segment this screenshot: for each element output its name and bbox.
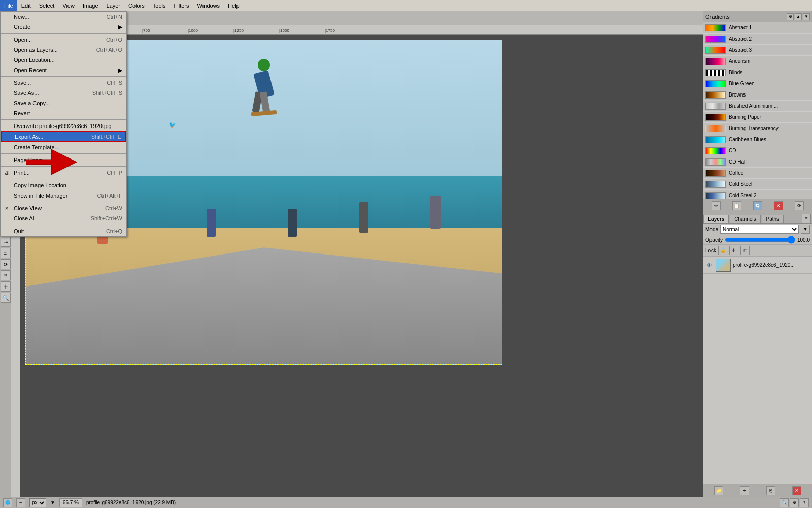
tool-move[interactable]: ✛ xyxy=(1,281,11,292)
status-undo[interactable]: ↩ xyxy=(16,498,25,507)
menu-edit[interactable]: Edit xyxy=(17,0,35,11)
menu-open-layers[interactable]: Open as Layers... Ctrl+Alt+O xyxy=(1,45,126,55)
menu-help[interactable]: Help xyxy=(224,0,244,11)
menu-copy-image-location[interactable]: Copy Image Location xyxy=(1,180,126,190)
gradient-swatch xyxy=(705,125,726,132)
menu-windows[interactable]: Windows xyxy=(193,0,224,11)
new-layer-btn[interactable]: + xyxy=(740,486,749,495)
gradient-action-3[interactable]: 🔄 xyxy=(753,201,762,210)
gradient-name: Abstract 1 xyxy=(729,25,752,30)
menu-select[interactable]: Select xyxy=(35,0,59,11)
menu-create-template[interactable]: Create Template... xyxy=(1,142,126,152)
tab-channels[interactable]: Channels xyxy=(730,215,760,223)
gradient-scroll-down[interactable]: ▼ xyxy=(803,13,810,20)
gradient-item[interactable]: Burning Paper xyxy=(703,112,812,123)
menu-image[interactable]: Image xyxy=(79,0,103,11)
status-icon-right-1[interactable]: 🔍 xyxy=(780,498,789,507)
gradient-swatch xyxy=(705,103,726,110)
menu-overwrite[interactable]: Overwrite profile-g69922e8c6_1920.jpg xyxy=(1,121,126,131)
tab-layers[interactable]: Layers xyxy=(703,215,729,223)
gradient-action-4[interactable]: ✕ xyxy=(774,201,783,210)
status-icon-left[interactable]: 🌐 xyxy=(3,498,12,507)
menu-close-view[interactable]: ✕ Close View Ctrl+W xyxy=(1,203,126,213)
gradient-item[interactable]: Cold Steel 2 xyxy=(703,190,812,199)
gradient-name: Blinds xyxy=(729,70,742,75)
gradient-swatch xyxy=(705,181,726,188)
menu-file[interactable]: File xyxy=(0,0,17,11)
tab-paths[interactable]: Paths xyxy=(762,215,784,223)
menu-close-all[interactable]: Close All Shift+Ctrl+W xyxy=(1,213,126,224)
menu-revert[interactable]: Revert xyxy=(1,108,126,118)
gradient-scroll-up[interactable]: ▲ xyxy=(795,13,802,20)
menu-open-location[interactable]: Open Location... xyxy=(1,55,126,65)
gradient-swatch xyxy=(705,170,726,177)
menu-print[interactable]: 🖨 Print... Ctrl+P xyxy=(1,168,126,178)
menu-export-as[interactable]: Export As... Shift+Ctrl+E xyxy=(1,131,126,142)
gradient-swatch xyxy=(705,91,726,99)
gradient-action-2[interactable]: 📋 xyxy=(732,201,741,210)
gradient-action-5[interactable]: ⟳ xyxy=(795,201,804,210)
delete-layer-btn[interactable]: ✕ xyxy=(792,486,801,495)
menu-open-recent[interactable]: Open Recent ▶ xyxy=(1,65,126,75)
gradient-item[interactable]: Blue Green xyxy=(703,78,812,89)
zoom-input[interactable] xyxy=(59,498,82,507)
opacity-label: Opacity xyxy=(705,237,723,243)
menu-open[interactable]: Open... Ctrl+O xyxy=(1,35,126,45)
gradient-item[interactable]: Caribbean Blues xyxy=(703,134,812,145)
menu-layer[interactable]: Layer xyxy=(103,0,125,11)
tool-crop[interactable]: ⌗ xyxy=(1,270,11,280)
menu-quit[interactable]: Quit Ctrl+Q xyxy=(1,226,126,236)
tool-transform[interactable]: ⟳ xyxy=(1,259,11,269)
gradient-item[interactable]: Abstract 1 xyxy=(703,22,812,34)
layers-panel-menu[interactable]: ≡ xyxy=(802,214,811,223)
layer-row[interactable]: 👁 profile-g69922e8c6_1920... xyxy=(703,257,812,274)
close-view-icon: ✕ xyxy=(5,206,12,211)
menu-save-copy[interactable]: Save a Copy... xyxy=(1,98,126,108)
status-icon-right-3[interactable]: ? xyxy=(800,498,809,507)
gradient-item[interactable]: Browns xyxy=(703,89,812,101)
menu-save[interactable]: Save... Ctrl+S xyxy=(1,78,126,88)
menu-colors[interactable]: Colors xyxy=(124,0,149,11)
gradient-item[interactable]: Burning Transparency xyxy=(703,123,812,134)
gradient-item[interactable]: Cold Steel xyxy=(703,179,812,190)
gradient-item[interactable]: Aneurism xyxy=(703,56,812,67)
gradient-item[interactable]: Abstract 2 xyxy=(703,34,812,45)
status-icon-right-2[interactable]: ⚙ xyxy=(790,498,799,507)
mode-down[interactable]: ▼ xyxy=(801,225,810,234)
menu-save-as[interactable]: Save As... Shift+Ctrl+S xyxy=(1,88,126,98)
menu-filters[interactable]: Filters xyxy=(170,0,193,11)
units-select[interactable]: px % in xyxy=(29,498,46,507)
gradient-configure-btn[interactable]: ⚙ xyxy=(787,13,794,20)
gradient-list: Abstract 1Abstract 2Abstract 3AneurismBl… xyxy=(703,22,812,199)
gradient-name: CD xyxy=(729,148,736,153)
layer-thumbnail xyxy=(716,259,731,272)
mode-select[interactable]: Normal Multiply Screen xyxy=(720,225,799,234)
lock-alpha-btn[interactable]: ◻ xyxy=(740,246,750,255)
opacity-value: 100.0 xyxy=(797,237,810,243)
opacity-slider[interactable] xyxy=(725,236,795,243)
gradient-item[interactable]: CD xyxy=(703,145,812,156)
gradient-item[interactable]: Abstract 3 xyxy=(703,45,812,56)
gradient-item[interactable]: Blinds xyxy=(703,67,812,78)
gradient-item[interactable]: CD Half xyxy=(703,156,812,168)
tool-align[interactable]: ≡ xyxy=(1,248,11,258)
menu-view[interactable]: View xyxy=(58,0,79,11)
menu-show-file-manager[interactable]: Show in File Manager Ctrl+Alt+F xyxy=(1,190,126,201)
menu-new[interactable]: New... Ctrl+N xyxy=(1,12,126,22)
gradient-action-1[interactable]: ✏ xyxy=(712,201,721,210)
statusbar: 🌐 ↩ px % in ▼ profile-g69922e8c6_1920.jp… xyxy=(0,497,812,508)
layer-visibility[interactable]: 👁 xyxy=(705,261,714,269)
menu-tools[interactable]: Tools xyxy=(149,0,170,11)
tool-zoom[interactable]: 🔍 xyxy=(1,293,11,303)
gradient-item[interactable]: Coffee xyxy=(703,168,812,179)
sep7 xyxy=(1,202,126,202)
menu-page-setup[interactable]: Page Setup... xyxy=(1,155,126,165)
lock-pixels-btn[interactable]: 🔒 xyxy=(718,246,727,255)
tool-measure[interactable]: ⊸ xyxy=(1,237,11,247)
lock-position-btn[interactable]: ✛ xyxy=(729,246,738,255)
menu-create[interactable]: Create ▶ xyxy=(1,22,126,32)
gradient-name: Blue Green xyxy=(729,81,755,86)
gradient-item[interactable]: Brushed Aluminium ... xyxy=(703,101,812,112)
duplicate-layer-btn[interactable]: ⎘ xyxy=(766,486,775,495)
new-layer-group-btn[interactable]: 📁 xyxy=(714,486,723,495)
